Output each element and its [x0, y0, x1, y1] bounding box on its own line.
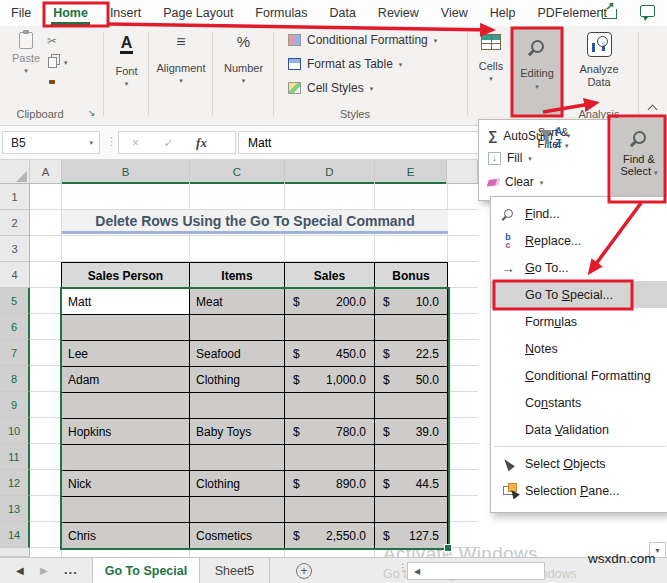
conditional-formatting-button[interactable]: Conditional Formatting ▾ [288, 33, 437, 47]
fill-button[interactable]: ↓ Fill ▾ [488, 151, 532, 165]
chevron-down-icon[interactable]: ▾ [89, 139, 93, 147]
analyze-data-button[interactable]: Analyze Data [566, 32, 632, 88]
tab-review[interactable]: Review [367, 0, 430, 26]
menu-item-go-to-special[interactable]: Go To Special... [491, 281, 667, 308]
table-cell[interactable]: Clothing [190, 471, 285, 497]
table-cell[interactable] [190, 315, 285, 341]
tab-view[interactable]: View [430, 0, 479, 26]
table-cell[interactable]: $39.0 [375, 419, 448, 445]
select-all-corner[interactable] [0, 160, 30, 184]
paste-button[interactable]: Paste ▾ [8, 32, 44, 74]
table-cell[interactable] [285, 315, 375, 341]
cancel-icon[interactable]: × [119, 136, 152, 150]
format-as-table-button[interactable]: Format as Table ▾ [288, 57, 402, 71]
table-cell[interactable] [285, 393, 375, 419]
table-cell[interactable]: $2,550.0 [285, 523, 375, 549]
share-icon[interactable] [600, 3, 618, 19]
sheet-nav-back-icon[interactable]: ◀ [16, 565, 24, 576]
table-cell[interactable] [190, 393, 285, 419]
sheet-nav-forward-icon[interactable]: ▶ [40, 565, 48, 576]
table-cell[interactable]: $780.0 [285, 419, 375, 445]
row-header-3[interactable]: 3 [0, 236, 30, 262]
editing-group-button[interactable]: Editing ▾ [512, 28, 562, 116]
column-header-a[interactable]: A [30, 160, 62, 184]
name-box[interactable]: B5 ▾ [2, 131, 100, 154]
row-header-4[interactable]: 4 [0, 262, 30, 288]
column-header-d[interactable]: D [285, 160, 375, 184]
table-cell[interactable] [190, 497, 285, 523]
alignment-group-button[interactable]: ≡ Alignment ▾ [150, 34, 212, 84]
menu-item-select-objects[interactable]: Select Objects [491, 450, 667, 477]
table-cell[interactable]: $50.0 [375, 367, 448, 393]
row-header-12[interactable]: 12 [0, 470, 30, 496]
row-header-9[interactable]: 9 [0, 392, 30, 418]
cell-b5-active[interactable]: Matt [62, 289, 190, 315]
column-header-c[interactable]: C [190, 160, 285, 184]
menu-item-constants[interactable]: Constants [491, 389, 667, 416]
row-header-14[interactable]: 14 [0, 522, 30, 548]
table-cell[interactable] [62, 445, 190, 471]
table-cell[interactable]: Clothing [190, 367, 285, 393]
sheet-tab-go-to-special[interactable]: Go To Special [92, 558, 200, 583]
menu-item-formulas[interactable]: Formulas [491, 308, 667, 335]
table-cell[interactable]: $450.0 [285, 341, 375, 367]
clipboard-dialog-launcher-icon[interactable]: ↘ [88, 108, 96, 118]
table-cell[interactable]: Seafood [190, 341, 285, 367]
font-group-button[interactable]: A Font ▾ [105, 34, 148, 87]
table-cell[interactable] [285, 497, 375, 523]
menu-item-data-validation[interactable]: Data Validation [491, 416, 667, 443]
copy-icon[interactable] [48, 57, 57, 68]
menu-item-selection-pane[interactable]: Selection Pane... [491, 477, 667, 504]
table-cell[interactable]: Meat [190, 289, 285, 315]
table-cell[interactable]: $10.0 [375, 289, 448, 315]
cells-group-button[interactable]: Cells ▾ [470, 34, 512, 82]
row-header-2[interactable]: 2 [0, 210, 30, 236]
row-header-11[interactable]: 11 [0, 444, 30, 470]
tab-page-layout[interactable]: Page Layout [152, 0, 244, 26]
table-cell[interactable]: $200.0 [285, 289, 375, 315]
table-cell[interactable]: Chris [62, 523, 190, 549]
menu-item-go-to[interactable]: → Go To... [491, 254, 667, 281]
find-select-button[interactable]: Find & Select ▾ [611, 118, 667, 202]
row-header-8[interactable]: 8 [0, 366, 30, 392]
table-cell[interactable] [62, 393, 190, 419]
tab-file[interactable]: File [0, 0, 42, 26]
tab-data[interactable]: Data [318, 0, 366, 26]
table-cell[interactable] [375, 315, 448, 341]
table-header-cell[interactable]: Sales [285, 263, 375, 289]
sort-filter-button[interactable]: AZ Sort & Filter ▾ [529, 126, 577, 150]
row-header-10[interactable]: 10 [0, 418, 30, 444]
row-header-7[interactable]: 7 [0, 340, 30, 366]
sheet-tab-ellipsis[interactable]: ... [64, 562, 78, 577]
insert-function-button[interactable]: fx [185, 135, 218, 151]
add-sheet-icon[interactable]: + [296, 563, 312, 579]
table-cell[interactable]: Adam [62, 367, 190, 393]
menu-item-notes[interactable]: Notes [491, 335, 667, 362]
column-header-e[interactable]: E [375, 160, 447, 184]
cut-icon[interactable]: ✂ [47, 35, 57, 47]
table-cell[interactable]: $1,000.0 [285, 367, 375, 393]
table-cell[interactable] [62, 497, 190, 523]
scroll-left-icon[interactable]: ◀ [414, 567, 420, 576]
table-cell[interactable]: Baby Toys [190, 419, 285, 445]
table-cell[interactable]: $44.5 [375, 471, 448, 497]
table-header-cell[interactable]: Items [190, 263, 285, 289]
menu-item-replace[interactable]: bc Replace... [491, 227, 667, 254]
chevron-down-icon[interactable]: ▾ [64, 59, 68, 66]
tab-help[interactable]: Help [479, 0, 527, 26]
table-header-cell[interactable]: Sales Person [62, 263, 190, 289]
table-cell[interactable]: $890.0 [285, 471, 375, 497]
menu-item-conditional-formatting[interactable]: Conditional Formatting [491, 362, 667, 389]
clear-button[interactable]: Clear ▾ [488, 175, 543, 189]
row-header-1[interactable]: 1 [0, 184, 30, 210]
table-cell[interactable]: $127.5 [375, 523, 448, 549]
collapse-ribbon-icon[interactable] [648, 105, 658, 115]
table-cell[interactable] [190, 445, 285, 471]
tab-insert[interactable]: Insert [99, 0, 152, 26]
enter-icon[interactable]: ✓ [152, 136, 185, 150]
table-cell[interactable] [375, 393, 448, 419]
sheet-title-cell[interactable]: Delete Rows Using the Go To Special Comm… [62, 210, 448, 234]
table-cell[interactable]: $22.5 [375, 341, 448, 367]
table-cell[interactable] [375, 445, 448, 471]
table-cell[interactable]: Nick [62, 471, 190, 497]
